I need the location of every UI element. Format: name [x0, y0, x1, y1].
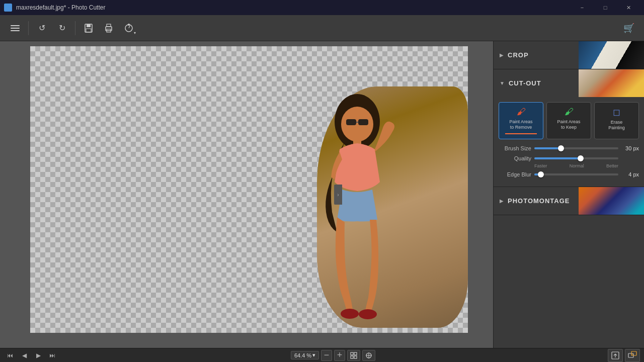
brush-size-slider[interactable] [534, 147, 618, 149]
quality-row: Quality [499, 155, 639, 161]
quality-slider[interactable] [534, 157, 618, 159]
crop-arrow: ▶ [500, 52, 504, 58]
photomontage-title: PHOTOMONTAGE [508, 197, 570, 205]
statusbar-right [608, 349, 640, 362]
quality-faster-label: Faster [534, 163, 547, 168]
paint-keep-button[interactable]: 🖌 Paint Areas to Keep [546, 102, 591, 139]
crop-title: CROP [508, 51, 529, 59]
menu-icon [11, 25, 20, 26]
export-button[interactable] [608, 349, 623, 362]
cutout-title: CUT-OUT [509, 79, 541, 87]
share-button[interactable] [625, 349, 640, 362]
menu-icon [11, 28, 20, 29]
svg-point-14 [341, 309, 359, 319]
canvas-container [30, 46, 468, 333]
zoom-controls: 64.4 % ▾ − + [291, 350, 375, 361]
zoom-chevron-icon: ▾ [312, 352, 315, 358]
next-frame-button[interactable]: ▶ [32, 350, 44, 361]
maximize-button[interactable]: □ [594, 0, 617, 15]
main-layout: › ▶ CROP ▼ CUT-OUT [0, 41, 644, 348]
paint-remove-label: Paint Areas to Remove [509, 119, 532, 130]
save-button[interactable] [79, 19, 98, 37]
cutout-section: ▼ CUT-OUT 🖌 Paint Areas to Remove 🖌 [494, 69, 644, 187]
svg-rect-10 [346, 119, 356, 125]
woman-figure [257, 71, 448, 328]
crop-section: ▶ CROP [494, 41, 644, 69]
toolbar-separator [75, 21, 75, 35]
fit-all-button[interactable] [362, 350, 375, 361]
cutout-header[interactable]: ▼ CUT-OUT [494, 69, 644, 97]
fit-button[interactable] [347, 350, 360, 361]
quality-label: Quality [499, 155, 531, 161]
svg-rect-1 [87, 24, 91, 27]
panel-toggle-arrow[interactable]: › [334, 185, 342, 205]
brush-size-label: Brush Size [499, 145, 531, 151]
zoom-out-button[interactable]: − [321, 350, 332, 361]
edge-blur-slider[interactable] [534, 173, 618, 175]
edge-blur-thumb[interactable] [538, 171, 544, 177]
undo-button[interactable]: ↺ [33, 19, 51, 37]
close-button[interactable]: ✕ [617, 0, 640, 15]
app-icon [4, 4, 12, 12]
prev-frame-button[interactable]: ◀ [18, 350, 30, 361]
svg-rect-2 [86, 29, 91, 32]
titlebar: maxresdefault.jpg* - Photo Cutter − □ ✕ [0, 0, 644, 15]
transform-button[interactable]: ▾ [120, 19, 138, 37]
erase-label: Erase Painting [608, 120, 625, 131]
active-underline [505, 133, 537, 134]
edge-blur-value: 4 px [621, 171, 639, 177]
toolbar-separator [28, 21, 29, 35]
window-controls: − □ ✕ [571, 0, 640, 15]
svg-rect-16 [351, 352, 353, 355]
photomontage-arrow: ▶ [500, 198, 504, 204]
cart-button[interactable]: 🛒 [620, 19, 638, 37]
canvas-area[interactable]: › [0, 41, 493, 348]
zoom-value: 64.4 % [294, 352, 311, 358]
edge-blur-row: Edge Blur 4 px [499, 171, 639, 177]
first-frame-button[interactable]: ⏮ [4, 350, 16, 361]
brush-size-fill [534, 147, 561, 149]
cutout-thumb-image [579, 69, 644, 97]
zoom-dropdown[interactable]: 64.4 % ▾ [291, 351, 319, 359]
menu-button[interactable] [6, 19, 24, 37]
paint-remove-button[interactable]: 🖌 Paint Areas to Remove [499, 102, 543, 139]
redo-button[interactable]: ↻ [53, 19, 71, 37]
svg-rect-19 [354, 356, 357, 358]
last-frame-button[interactable]: ⏭ [46, 350, 58, 361]
inactive-underline [601, 134, 632, 135]
inactive-underline [553, 133, 585, 134]
photomontage-header[interactable]: ▶ PHOTOMONTAGE [494, 187, 644, 215]
zoom-in-button[interactable]: + [334, 350, 345, 361]
statusbar: ⏮ ◀ ▶ ⏭ 64.4 % ▾ − + [0, 348, 644, 362]
right-panel: ▶ CROP ▼ CUT-OUT 🖌 [493, 41, 644, 348]
brush-size-row: Brush Size 30 px [499, 145, 639, 151]
quality-labels: Faster Normal Better [499, 163, 639, 168]
paint-keep-icon: 🖌 [565, 107, 574, 117]
cutout-thumbnail [579, 69, 644, 97]
svg-rect-17 [354, 352, 357, 355]
tool-buttons: 🖌 Paint Areas to Remove 🖌 Paint Areas to… [499, 102, 639, 139]
nav-controls: ⏮ ◀ ▶ ⏭ [4, 350, 58, 361]
quality-thumb[interactable] [578, 155, 584, 161]
svg-point-7 [128, 24, 130, 26]
erase-button[interactable]: ◻ Erase Painting [594, 102, 639, 139]
quality-fill [534, 157, 581, 159]
paint-remove-icon: 🖌 [517, 107, 526, 117]
crop-header[interactable]: ▶ CROP [494, 41, 644, 69]
svg-rect-11 [358, 119, 368, 125]
photomontage-section: ▶ PHOTOMONTAGE [494, 187, 644, 215]
crop-thumbnail [579, 41, 644, 69]
edge-blur-label: Edge Blur [499, 171, 531, 177]
minimize-button[interactable]: − [571, 0, 594, 15]
menu-icon [11, 30, 20, 31]
photomontage-thumb-image [579, 187, 644, 215]
cutout-tools: 🖌 Paint Areas to Remove 🖌 Paint Areas to… [494, 97, 644, 187]
cutout-arrow: ▼ [500, 80, 505, 86]
photomontage-thumbnail [579, 187, 644, 215]
brush-size-thumb[interactable] [558, 145, 564, 151]
svg-point-15 [359, 309, 377, 319]
window-title: maxresdefault.jpg* - Photo Cutter [16, 4, 567, 11]
print-button[interactable] [100, 19, 118, 37]
paint-keep-label: Paint Areas to Keep [557, 119, 580, 130]
svg-point-9 [341, 107, 373, 142]
